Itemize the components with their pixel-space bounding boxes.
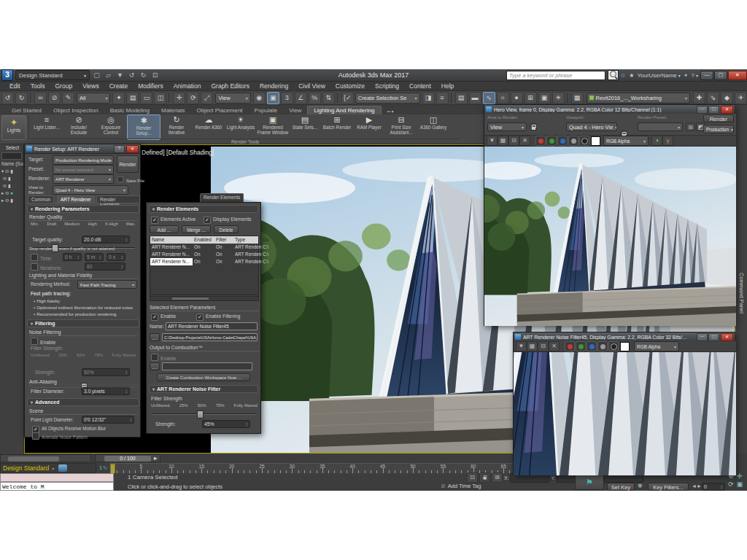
menu-item[interactable]: Customize xyxy=(330,82,370,90)
animate-noise-checkbox[interactable]: Animate Noise Pattern xyxy=(32,432,88,440)
minimize-button[interactable]: — xyxy=(700,71,713,80)
rfw-render-button[interactable]: Render xyxy=(703,114,734,122)
tab-art-renderer[interactable]: ART Renderer xyxy=(57,195,95,203)
selection-filter-dropdown[interactable]: All▾ xyxy=(77,93,110,104)
ribbon-overflow-icon[interactable]: ▪▪ ▾ xyxy=(382,108,400,114)
viewport-hscrollbar[interactable] xyxy=(0,454,91,462)
add-button[interactable]: Add ... xyxy=(150,225,179,233)
favorites-icon[interactable]: ★ xyxy=(627,71,635,79)
clone-window-icon[interactable]: ▦ xyxy=(527,341,538,351)
noise-enable-checkbox[interactable]: Enable xyxy=(31,338,55,345)
element-row[interactable]: ART Renderer N... On On ART Rendere... C… xyxy=(150,244,258,251)
tab-populate[interactable]: Populate xyxy=(249,106,284,114)
selection-lock-icon[interactable] xyxy=(479,472,490,483)
rollout-advanced[interactable]: ▾Advanced xyxy=(27,398,139,406)
redo-icon[interactable]: ↻ xyxy=(15,92,28,104)
set-key-button[interactable]: Set Key xyxy=(607,483,635,491)
green-channel-icon[interactable] xyxy=(576,341,586,351)
rfw-close-button[interactable]: ✕ xyxy=(721,333,733,341)
search-input[interactable]: Type a keyword or phrase xyxy=(506,71,605,80)
link-revit-icon[interactable]: ⇘ xyxy=(707,92,719,104)
redo-icon[interactable]: ↻ xyxy=(139,71,148,79)
percent-snap-icon[interactable]: % xyxy=(309,92,321,104)
enable-checkbox[interactable]: ✓Enable xyxy=(151,314,176,321)
menu-item[interactable]: Tools xyxy=(26,82,50,90)
ribbon-tool[interactable]: ▣ Rendered Frame Window xyxy=(257,114,289,139)
prev-next-key-icons[interactable]: ◄► xyxy=(692,483,702,489)
move-icon[interactable]: ✛ xyxy=(173,92,185,104)
elements-active-checkbox[interactable]: ✓Elements Active xyxy=(151,217,196,224)
ribbon-tool[interactable]: ☀ Light Analysis xyxy=(225,114,257,139)
ribbon-tool[interactable]: ⊟ Print Size Assistant... xyxy=(385,114,417,139)
curve-editor-icon[interactable]: ∿ xyxy=(483,92,495,104)
undo-icon[interactable]: ↺ xyxy=(1,92,14,104)
scene-node[interactable]: ⊙ ▮ xyxy=(0,175,23,182)
print-image-icon[interactable]: ⊟ xyxy=(538,341,549,351)
create-combustion-button[interactable]: Create Combustion Workspace Now ... xyxy=(157,373,250,381)
ribbon-tool[interactable]: ≡ Light Lister... xyxy=(31,114,63,139)
render-mode-dropdown[interactable]: Production▾ xyxy=(703,125,734,133)
menu-item[interactable]: Rendering xyxy=(255,82,293,90)
tab-object-placement[interactable]: Object Placement xyxy=(190,106,248,114)
spinner-snap-icon[interactable]: ⇅ xyxy=(322,92,335,104)
rect-selection-icon[interactable]: ▭ xyxy=(140,92,152,104)
menu-item[interactable]: Animation xyxy=(169,82,206,90)
manage-links-icon[interactable]: ◆ xyxy=(721,92,733,104)
rfw-minimize-button[interactable]: — xyxy=(697,106,708,114)
table-hscrollbar[interactable] xyxy=(150,296,259,301)
time-checkbox[interactable]: Time: xyxy=(31,254,53,261)
menu-item[interactable]: Group xyxy=(50,82,78,90)
maxscript-mini-listener-pink[interactable] xyxy=(0,473,114,482)
command-panel-strip[interactable]: Command Panel xyxy=(735,105,747,454)
close-button[interactable]: ✕ xyxy=(728,71,747,80)
ribbon-tool[interactable]: ◎ Exposure Control xyxy=(95,114,127,139)
tab-get-started[interactable]: Get Started xyxy=(6,106,47,114)
save-image-icon[interactable]: ▼ xyxy=(516,341,527,351)
element-path-field[interactable]: C:\Desktop-Projects\USAirforce-CadetChap… xyxy=(162,333,258,341)
green-channel-icon[interactable] xyxy=(546,136,557,146)
ribbon-tool[interactable]: ⊞ Batch Render xyxy=(321,114,353,139)
renderer-dropdown[interactable]: ART Renderer▾ xyxy=(53,174,114,184)
rendering-method-dropdown[interactable]: Fast Path Tracing▾ xyxy=(77,280,137,289)
print-image-icon[interactable]: ⊟ xyxy=(508,136,519,146)
combustion-browse-button[interactable]: … xyxy=(150,362,160,370)
rendered-frame-icon[interactable]: ▣ xyxy=(538,92,551,104)
channel-display-dropdown[interactable]: RGB Alpha▾ xyxy=(603,136,649,146)
view-to-render-dropdown[interactable]: Quad 4 - Hero View▾ xyxy=(53,185,128,195)
mono-channel-icon[interactable] xyxy=(597,341,608,351)
blue-channel-icon[interactable] xyxy=(587,341,597,351)
render-setup-titlebar[interactable]: Render Setup: ART Renderer ? ✕ xyxy=(25,144,140,154)
target-dropdown[interactable]: Production Rendering Mode▾ xyxy=(53,155,114,165)
scene-node[interactable]: ▸ ⊙ ● xyxy=(0,190,23,197)
display-elements-checkbox[interactable]: ✓Display Elements xyxy=(204,217,252,224)
select-object-icon[interactable]: ✦ xyxy=(112,92,125,104)
rollout-noise-filter[interactable]: ▾ART Renderer Noise Filter xyxy=(149,385,258,393)
menu-item[interactable]: Scripting xyxy=(370,82,404,90)
time-m-spinner[interactable]: 5 m↕ xyxy=(85,253,104,261)
channel-display-dropdown[interactable]: RGB Alpha▾ xyxy=(634,341,679,351)
time-h-spinner[interactable]: 0 h↕ xyxy=(63,253,82,261)
tab-object-inspection[interactable]: Object Inspection xyxy=(47,106,104,114)
menu-item[interactable]: Civil View xyxy=(293,82,330,90)
rfw-maximize-button[interactable]: ▢ xyxy=(708,333,719,341)
rfw-maximize-button[interactable]: ▢ xyxy=(708,106,719,114)
render-button[interactable]: Render xyxy=(117,155,139,173)
select-manipulate-icon[interactable]: ▣ xyxy=(267,92,279,104)
ribbon-tool[interactable]: ✱ Render Setup... xyxy=(127,114,160,140)
strength-spinner[interactable]: 50%↕ xyxy=(82,368,130,376)
point-light-spinner[interactable]: 0'0 12/32"↕ xyxy=(82,416,134,424)
ribbon-tool[interactable]: ▤ State Sets... xyxy=(289,114,321,139)
search-icon[interactable] xyxy=(608,70,619,80)
element-row[interactable]: ART Renderer N... On On ART Rendere... C… xyxy=(150,258,258,265)
scale-icon[interactable]: ⤢ xyxy=(201,92,213,104)
area-lock-icon[interactable] xyxy=(530,123,537,131)
menu-item[interactable]: Content xyxy=(404,82,436,90)
combustion-enable-checkbox[interactable]: Enable xyxy=(151,354,176,361)
filter-diameter-spinner[interactable]: 3.0 pixels↕ xyxy=(82,387,130,395)
tab-materials[interactable]: Materials xyxy=(155,106,190,114)
scene-explorer-toggle-icon[interactable]: ▦ xyxy=(571,92,584,104)
help-menu[interactable]: ?▾ xyxy=(690,71,700,79)
browse-button[interactable]: … xyxy=(150,333,160,341)
maximize-viewport-icon[interactable]: ▣ xyxy=(735,481,744,489)
element-row[interactable]: ART Renderer N... On On ART Rendere... C… xyxy=(150,251,258,258)
